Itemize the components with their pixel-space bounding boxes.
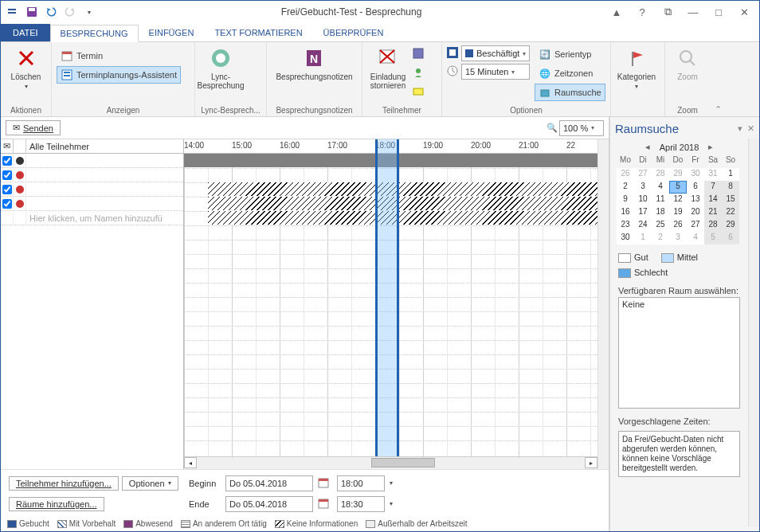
calendar-day[interactable]: 11 [652, 194, 669, 206]
calendar-day[interactable]: 29 [722, 219, 739, 232]
start-time-field[interactable]: 18:00 [337, 475, 385, 491]
zoom-button[interactable]: Zoom [670, 44, 705, 81]
attendee-checkbox[interactable] [2, 199, 12, 209]
calendar-day[interactable]: 22 [722, 206, 739, 219]
calendar-day[interactable]: 3 [669, 232, 687, 244]
calendar-day[interactable]: 16 [617, 206, 634, 219]
attendee-row[interactable] [1, 197, 183, 211]
calendar-day[interactable]: 13 [687, 194, 704, 206]
maximize-button[interactable]: □ [707, 4, 731, 20]
calendar-day[interactable]: 17 [634, 206, 652, 219]
add-rooms-button[interactable]: Räume hinzufügen... [9, 497, 104, 511]
collapse-ribbon-icon[interactable]: ⌃ [715, 104, 722, 115]
calendar-day[interactable]: 28 [652, 168, 669, 181]
calendar-day[interactable]: 30 [687, 168, 704, 181]
ribbon-options-icon[interactable]: ▲ [605, 4, 629, 20]
calendar-day[interactable]: 26 [669, 219, 687, 232]
calendar-day[interactable]: 10 [634, 194, 652, 206]
calendar-day[interactable]: 1 [722, 168, 739, 181]
response-options-icon[interactable] [412, 85, 425, 100]
calendar-day[interactable]: 6 [722, 232, 739, 244]
timezones-button[interactable]: 🌐Zeitzonen [535, 65, 605, 82]
add-attendee-row[interactable]: Hier klicken, um Namen hinzuzufü [1, 211, 183, 225]
calendar-day[interactable]: 5 [669, 181, 687, 194]
calendar-day[interactable]: 6 [687, 181, 704, 194]
tab-formattext[interactable]: TEXT FORMATIEREN [204, 24, 312, 41]
schedule-grid[interactable] [184, 154, 597, 456]
options-button[interactable]: Optionen ▾ [122, 476, 178, 491]
calendar-day[interactable]: 25 [652, 219, 669, 232]
end-time-dropdown-icon[interactable]: ▾ [390, 500, 402, 507]
termin-button[interactable]: Termin [57, 47, 181, 65]
qat-menu-icon[interactable] [4, 3, 22, 21]
start-date-field[interactable]: Do 05.04.2018 [225, 475, 313, 491]
tab-file[interactable]: DATEI [1, 24, 50, 41]
calendar-day[interactable]: 3 [634, 181, 652, 194]
calendar-day[interactable]: 20 [687, 206, 704, 219]
scroll-right-icon[interactable]: ▸ [585, 457, 597, 468]
lync-meeting-button[interactable]: Lync- Besprechung [200, 44, 241, 90]
calendar-day[interactable]: 2 [652, 232, 669, 244]
calendar-day[interactable]: 27 [634, 168, 652, 181]
add-attendees-button[interactable]: Teilnehmer hinzufügen... [9, 476, 119, 491]
calendar-day[interactable]: 23 [617, 219, 634, 232]
close-button[interactable]: ✕ [732, 4, 756, 20]
reminder-dropdown[interactable]: 15 Minuten▾ [461, 64, 530, 80]
calendar-day[interactable]: 29 [669, 168, 687, 181]
calendar-day[interactable]: 19 [669, 206, 687, 219]
tab-meeting[interactable]: BESPRECHUNG [50, 25, 139, 42]
redo-icon[interactable] [61, 3, 79, 21]
recurrence-button[interactable]: 🔄Serientyp [535, 45, 605, 63]
attendee-checkbox[interactable] [2, 185, 12, 194]
selection-range[interactable] [375, 154, 399, 456]
calendar-day[interactable]: 30 [617, 232, 634, 244]
calendar-day[interactable]: 9 [617, 194, 634, 206]
address-book-icon[interactable] [412, 47, 425, 61]
calendar-day[interactable]: 31 [704, 168, 722, 181]
attendee-row[interactable] [1, 154, 183, 168]
calendar-day[interactable]: 7 [704, 181, 722, 194]
date-picker-icon-2[interactable] [318, 498, 332, 510]
room-finder-button[interactable]: Raumsuche [535, 84, 605, 101]
check-names-icon[interactable] [412, 66, 425, 80]
selection-range[interactable] [375, 139, 399, 154]
next-month-icon[interactable]: ▸ [705, 142, 716, 152]
calendar-day[interactable]: 12 [669, 194, 687, 206]
meeting-notes-button[interactable]: N Besprechungsnotizen [272, 44, 357, 81]
calendar-day[interactable]: 1 [634, 232, 652, 244]
calendar-day[interactable]: 28 [704, 219, 722, 232]
calendar-day[interactable]: 18 [652, 206, 669, 219]
tab-review[interactable]: ÜBERPRÜFEN [313, 24, 394, 41]
search-icon[interactable]: 🔍 [546, 123, 558, 133]
mini-calendar[interactable]: MoDiMiDoFrSaSo26272829303112345678910111… [617, 155, 742, 244]
calendar-day[interactable]: 21 [704, 206, 722, 219]
calendar-day[interactable]: 14 [704, 194, 722, 206]
attendee-row[interactable] [1, 168, 183, 182]
undo-icon[interactable] [42, 3, 60, 21]
room-listbox[interactable]: Keine [618, 297, 740, 409]
delete-button[interactable]: Löschen ▾ [6, 44, 46, 90]
scroll-thumb[interactable] [371, 458, 435, 467]
qat-dropdown-icon[interactable]: ▾ [80, 3, 98, 21]
pane-options-icon[interactable]: ▾ [738, 123, 742, 134]
start-time-dropdown-icon[interactable]: ▾ [390, 479, 402, 487]
calendar-day[interactable]: 26 [617, 168, 634, 181]
minimize-button[interactable]: — [681, 4, 705, 20]
save-icon[interactable] [23, 3, 41, 21]
attendee-row[interactable] [1, 182, 183, 197]
calendar-day[interactable]: 4 [687, 232, 704, 244]
pane-scrollbar[interactable] [748, 139, 759, 526]
attendee-checkbox[interactable] [2, 156, 12, 166]
date-picker-icon[interactable] [318, 477, 332, 490]
calendar-day[interactable]: 27 [687, 219, 704, 232]
end-time-field[interactable]: 18:30 [337, 496, 385, 512]
calendar-day[interactable]: 2 [617, 181, 634, 194]
pane-close-icon[interactable]: ✕ [747, 123, 754, 134]
select-all-checkbox[interactable]: ✉ [1, 139, 14, 153]
send-button[interactable]: ✉ Senden [6, 120, 61, 135]
calendar-day[interactable]: 5 [704, 232, 722, 244]
zoom-dropdown[interactable]: 100 %▾ [559, 120, 604, 136]
show-as-dropdown[interactable]: Beschäftigt▾ [461, 45, 530, 61]
prev-month-icon[interactable]: ◂ [642, 142, 653, 152]
calendar-day[interactable]: 15 [722, 194, 739, 206]
